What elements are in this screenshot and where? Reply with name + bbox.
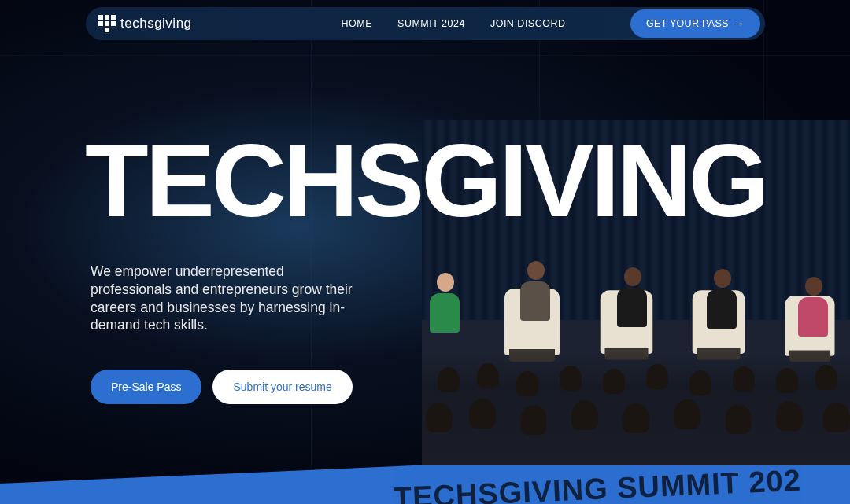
- navbar: techsgiving HOME SUMMIT 2024 JOIN DISCOR…: [86, 7, 765, 40]
- nav-home[interactable]: HOME: [342, 18, 373, 29]
- presale-pass-button[interactable]: Pre-Sale Pass: [91, 370, 201, 404]
- nav-links: HOME SUMMIT 2024 JOIN DISCORD: [342, 18, 566, 29]
- brand-logo[interactable]: techsgiving: [98, 15, 192, 32]
- hero-title: TECHSGIVING: [85, 129, 766, 233]
- hero-description: We empower underrepresented professional…: [91, 263, 366, 334]
- nav-discord[interactable]: JOIN DISCORD: [490, 18, 566, 29]
- get-pass-button[interactable]: GET YOUR PASS →: [630, 9, 760, 38]
- submit-resume-button[interactable]: Submit your resume: [213, 370, 352, 404]
- nav-summit[interactable]: SUMMIT 2024: [397, 18, 465, 29]
- logo-icon: [98, 15, 116, 32]
- brand-name: techsgiving: [120, 16, 192, 31]
- hero-buttons: Pre-Sale Pass Submit your resume: [91, 370, 353, 404]
- arrow-right-icon: →: [734, 17, 745, 30]
- banner-text: TECHSGIVING SUMMIT 202: [393, 463, 802, 504]
- get-pass-label: GET YOUR PASS: [646, 18, 729, 29]
